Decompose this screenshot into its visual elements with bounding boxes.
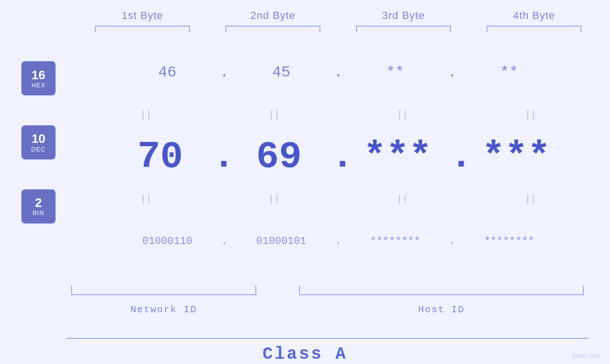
- hex-number: 16: [32, 68, 46, 82]
- hex-dot-3: .: [448, 64, 457, 81]
- dec-val-1: 70: [108, 135, 213, 178]
- hex-val-4: **: [457, 64, 562, 81]
- dec-row: 70 . 69 . *** . ***: [66, 121, 610, 192]
- id-labels: Network ID Host ID: [66, 300, 589, 319]
- bracket-1: [95, 26, 190, 32]
- sep-row-2: || || || ||: [66, 192, 610, 206]
- sep-1d: ||: [474, 109, 588, 120]
- sep-row-1: || || || ||: [66, 107, 610, 121]
- bracket-4: [487, 26, 582, 32]
- bin-dot-3: .: [448, 235, 457, 247]
- sep-2b: ||: [217, 194, 331, 205]
- bin-name: BIN: [33, 209, 45, 216]
- bin-dot-1: .: [220, 235, 229, 247]
- dec-number: 10: [32, 132, 46, 146]
- sep-2a: ||: [89, 194, 203, 205]
- class-label: Class A: [0, 345, 610, 364]
- dec-values-row: 70 . 69 . *** . ***: [77, 135, 600, 178]
- hex-val-1: 46: [115, 64, 220, 81]
- bracket-row: [77, 26, 600, 32]
- sep-1a: ||: [89, 109, 203, 120]
- byte-label-4: 4th Byte: [482, 9, 586, 22]
- dec-badge: 10 DEC: [21, 125, 56, 159]
- dec-dot-1: .: [213, 138, 227, 176]
- bin-val-4: ********: [457, 235, 562, 247]
- bin-row: 01000110 . 01000101 . ******** . *******…: [66, 206, 610, 276]
- sep-2d: ||: [474, 194, 588, 205]
- sep-1b: ||: [217, 109, 331, 120]
- bottom-brackets: [66, 276, 589, 300]
- bin-val-2: 01000101: [229, 235, 334, 247]
- network-id-label: Network ID: [71, 304, 256, 315]
- dec-val-3: ***: [346, 135, 450, 178]
- hex-values-row: 46 . 45 . ** . **: [77, 64, 600, 81]
- host-id-label: Host ID: [299, 304, 584, 315]
- bracket-2: [225, 26, 320, 32]
- bin-values-row: 01000110 . 01000101 . ******** . *******…: [77, 235, 600, 247]
- host-bracket: [299, 286, 584, 295]
- byte-headers: 1st Byte 2nd Byte 3rd Byte 4th Byte: [77, 9, 600, 22]
- bottom-section: Network ID Host ID: [0, 276, 610, 338]
- dec-dot-2: .: [331, 138, 346, 176]
- dec-dot-3: .: [450, 138, 464, 176]
- bin-dot-2: .: [334, 235, 343, 247]
- bin-badge: 2 BIN: [21, 189, 56, 224]
- hex-val-3: **: [343, 64, 448, 81]
- sep-2c: ||: [346, 194, 460, 205]
- bin-val-1: 01000110: [115, 235, 220, 247]
- dec-val-2: 69: [227, 135, 331, 178]
- watermark: ipshu.com: [572, 352, 601, 359]
- values-grid: 46 . 45 . ** . ** || || ||: [66, 32, 610, 276]
- main-container: 1st Byte 2nd Byte 3rd Byte 4th Byte 16 H…: [0, 0, 610, 364]
- hex-dot-2: .: [334, 64, 343, 81]
- byte-label-3: 3rd Byte: [351, 9, 456, 22]
- class-section: Class A: [0, 338, 610, 364]
- hex-dot-1: .: [220, 64, 229, 81]
- bracket-3: [356, 26, 451, 32]
- bin-val-3: ********: [343, 235, 448, 247]
- hex-val-2: 45: [229, 64, 334, 81]
- dec-name: DEC: [31, 146, 46, 153]
- byte-label-1: 1st Byte: [90, 9, 195, 22]
- byte-label-2: 2nd Byte: [221, 9, 325, 22]
- content-area: 16 HEX 10 DEC 2 BIN 46 . 45 . **: [0, 32, 610, 276]
- bin-number: 2: [35, 196, 42, 210]
- base-labels: 16 HEX 10 DEC 2 BIN: [0, 32, 66, 276]
- hex-badge: 16 HEX: [21, 61, 56, 95]
- class-line: [66, 338, 589, 339]
- dec-val-4: ***: [464, 135, 569, 178]
- network-bracket: [71, 286, 256, 295]
- sep-1c: ||: [346, 109, 460, 120]
- hex-row: 46 . 45 . ** . **: [66, 37, 610, 107]
- hex-name: HEX: [31, 82, 46, 89]
